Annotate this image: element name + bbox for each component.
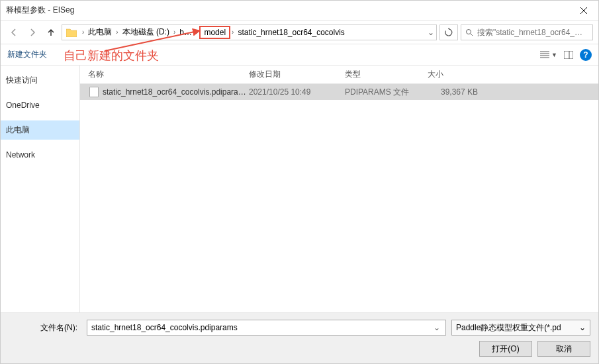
breadcrumb-item-highlighted[interactable]: model (199, 26, 230, 39)
breadcrumb-item[interactable]: 此电脑 (85, 26, 115, 38)
refresh-icon (444, 28, 453, 37)
chevron-right-icon: › (195, 28, 199, 36)
search-box[interactable] (461, 24, 593, 40)
forward-button[interactable] (24, 24, 40, 40)
breadcrumb-item[interactable]: b… (177, 28, 195, 37)
search-icon (461, 28, 477, 36)
filename-label: 文件名(N): (9, 322, 81, 334)
chevron-down-icon: ▼ (551, 52, 557, 58)
chevron-down-icon: ⌄ (579, 323, 586, 332)
arrow-up-icon (46, 28, 56, 37)
file-size: 39,367 KB (428, 87, 494, 97)
svg-point-0 (467, 29, 471, 34)
refresh-button[interactable] (439, 24, 458, 40)
column-header-name[interactable]: 名称 (80, 69, 249, 80)
file-name: static_hrnet18_ocr64_cocolvis.pdipara… (103, 87, 246, 97)
file-view: 名称 修改日期 类型 大小 static_hrnet18_ocr64_cocol… (80, 66, 598, 312)
up-button[interactable] (43, 24, 59, 40)
svg-rect-2 (564, 51, 573, 59)
column-header-type[interactable]: 类型 (345, 69, 428, 80)
preview-pane-icon (564, 51, 573, 59)
chevron-right-icon: › (115, 28, 119, 36)
toolbar: 新建文件夹 自己新建的文件夹 ▼ ? (1, 44, 598, 66)
window-title: 释模型参数 - EISeg (6, 5, 74, 16)
filename-dropdown[interactable]: ⌄ (432, 323, 441, 332)
breadcrumb-item[interactable]: 本地磁盘 (D:) (120, 26, 172, 38)
sidebar: 快速访问 OneDrive 此电脑 Network (1, 66, 80, 312)
file-type: PDIPARAMS 文件 (345, 87, 428, 98)
cancel-button[interactable]: 取消 (537, 341, 590, 357)
filename-field[interactable]: ⌄ (87, 320, 446, 336)
column-header-date[interactable]: 修改日期 (249, 69, 345, 80)
footer: 文件名(N): ⌄ Paddle静态模型权重文件(*.pd ⌄ 打开(O) 取消 (1, 312, 598, 363)
close-icon (580, 7, 587, 14)
main-area: 快速访问 OneDrive 此电脑 Network 名称 修改日期 类型 大小 … (1, 66, 598, 312)
file-date: 2021/10/25 10:49 (249, 87, 345, 97)
help-button[interactable]: ? (580, 49, 592, 61)
list-view-icon (540, 51, 549, 59)
chevron-right-icon: › (172, 28, 177, 36)
column-headers: 名称 修改日期 类型 大小 (80, 66, 598, 84)
preview-pane-button[interactable] (564, 51, 573, 59)
folder-icon (65, 26, 78, 39)
sidebar-item-quickaccess[interactable]: 快速访问 (1, 71, 79, 90)
annotation-text: 自己新建的文件夹 (64, 48, 159, 64)
arrow-right-icon (28, 28, 37, 37)
open-button[interactable]: 打开(O) (479, 341, 532, 357)
search-input[interactable] (477, 28, 592, 37)
file-list[interactable]: static_hrnet18_ocr64_cocolvis.pdipara… 2… (80, 84, 598, 312)
filetype-filter[interactable]: Paddle静态模型权重文件(*.pd ⌄ (451, 320, 590, 336)
navbar: › 此电脑 › 本地磁盘 (D:) › b… › model › static_… (1, 21, 598, 44)
window-controls (569, 1, 598, 21)
back-button[interactable] (6, 24, 22, 40)
filter-text: Paddle静态模型权重文件(*.pd (456, 322, 579, 334)
sidebar-item-thispc[interactable]: 此电脑 (1, 120, 79, 140)
filename-input[interactable] (91, 323, 432, 332)
sidebar-item-onedrive[interactable]: OneDrive (1, 97, 79, 114)
new-folder-button[interactable]: 新建文件夹 (7, 49, 47, 60)
column-header-size[interactable]: 大小 (428, 69, 494, 80)
sidebar-item-network[interactable]: Network (1, 146, 79, 163)
file-row[interactable]: static_hrnet18_ocr64_cocolvis.pdipara… 2… (80, 84, 598, 100)
chevron-right-icon: › (81, 28, 85, 36)
breadcrumb-dropdown[interactable]: ⌄ (426, 28, 436, 37)
breadcrumb-item[interactable]: static_hrnet18_ocr64_cocolvis (235, 28, 347, 37)
file-icon (89, 87, 99, 97)
close-button[interactable] (569, 1, 598, 21)
chevron-right-icon: › (230, 28, 235, 36)
breadcrumb[interactable]: › 此电脑 › 本地磁盘 (D:) › b… › model › static_… (62, 24, 437, 40)
arrow-left-icon (9, 28, 19, 37)
view-details-button[interactable]: ▼ (540, 51, 557, 59)
titlebar: 释模型参数 - EISeg (1, 1, 598, 21)
